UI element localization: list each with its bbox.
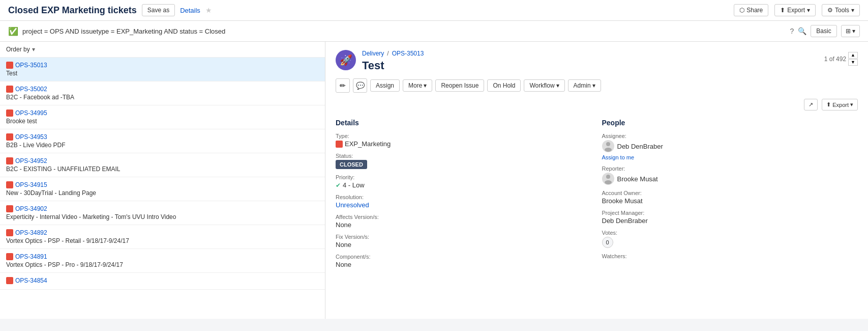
help-icon-button[interactable]: ? — [790, 27, 794, 35]
action-bar: ✏ 💬 Assign More ▾ Reopen Issue On Hold W… — [336, 78, 858, 93]
tools-chevron-icon: ▾ — [851, 7, 854, 14]
breadcrumb-issue-id[interactable]: OPS-35013 — [392, 50, 424, 57]
star-icon[interactable]: ★ — [205, 6, 212, 14]
workflow-button[interactable]: Workflow ▾ — [524, 79, 564, 92]
detail-export-icon: ⬆ — [826, 101, 831, 108]
assign-to-me-link[interactable]: Assign to me — [602, 154, 858, 160]
on-hold-button[interactable]: On Hold — [487, 79, 521, 92]
reopen-label: Reopen Issue — [441, 82, 478, 89]
basic-button[interactable]: Basic — [811, 25, 836, 37]
issue-id: OPS-34995 — [6, 109, 319, 117]
list-item[interactable]: OPS-35002 B2C - Facebook ad -TBA — [0, 81, 325, 105]
issue-title-text: Vortex Optics - PSP - Retail - 9/18/17-9… — [6, 237, 319, 244]
status-badge: CLOSED — [336, 160, 367, 169]
detail-export-button[interactable]: ⬆ Export ▾ — [822, 99, 858, 111]
issue-title-text: Brooke test — [6, 118, 319, 125]
issue-title-text: B2C - Facebook ad -TBA — [6, 94, 319, 101]
type-field: Type: EXP_Marketing — [336, 133, 592, 148]
share-arrow-icon: ↗ — [809, 101, 813, 108]
list-item[interactable]: OPS-34892 Vortex Optics - PSP - Retail -… — [0, 225, 325, 249]
search-icon-button[interactable]: 🔍 — [798, 27, 806, 35]
filter-check-icon: ✅ — [8, 26, 18, 36]
tools-label: Tools — [835, 7, 849, 14]
list-item[interactable]: OPS-34995 Brooke test — [0, 105, 325, 129]
save-as-button[interactable]: Save as — [142, 4, 175, 16]
list-item[interactable]: OPS-34953 B2B - Live Video PDF — [0, 129, 325, 153]
priority-value-text: 4 - Low — [343, 181, 365, 189]
list-item[interactable]: OPS-34854 — [0, 273, 325, 290]
breadcrumb-project-link[interactable]: Delivery — [362, 50, 384, 57]
order-bar: Order by ▾ — [0, 42, 325, 58]
people-column: People Assignee: Deb DenBraber Assign to… — [602, 119, 858, 273]
votes-field: Votes: 0 — [602, 230, 858, 248]
export-icon: ⬆ — [780, 7, 785, 14]
issue-id: OPS-34892 — [6, 229, 319, 236]
votes-badge: 0 — [602, 237, 613, 248]
detail-export-label: Export — [832, 102, 849, 108]
export-button[interactable]: ⬆ Export ▾ — [774, 4, 816, 16]
detail-share-button[interactable]: ↗ — [804, 99, 818, 111]
issue-id-text: OPS-35002 — [15, 86, 47, 93]
issue-id: OPS-35002 — [6, 86, 319, 93]
tools-button[interactable]: ⚙ Tools ▾ — [822, 4, 860, 16]
account-owner-field: Account Owner: Brooke Musat — [602, 190, 858, 205]
project-manager-name: Deb DenBraber — [602, 217, 858, 225]
issue-type-icon — [6, 181, 13, 188]
nav-down-button[interactable]: ▼ — [848, 59, 858, 66]
assignee-label: Assignee: — [602, 133, 858, 139]
share-button[interactable]: ⬡ Share — [734, 4, 768, 16]
issue-id: OPS-34902 — [6, 205, 319, 212]
detail-header: 🚀 Delivery / OPS-35013 Test 1 of 492 ▲ ▼ — [336, 50, 858, 72]
people-section-label: People — [602, 119, 858, 127]
page-title: Closed EXP Marketing tickets — [8, 5, 137, 16]
breadcrumb-separator: / — [387, 50, 388, 57]
details-column: Details Type: EXP_Marketing Status: CLOS… — [336, 119, 592, 273]
svg-point-2 — [606, 175, 610, 179]
layout-button[interactable]: ⊞ ▾ — [841, 25, 860, 37]
workflow-chevron-icon: ▾ — [556, 82, 559, 89]
assignee-avatar — [602, 140, 614, 152]
list-item[interactable]: OPS-34891 Vortex Optics - PSP - Pro - 9/… — [0, 249, 325, 273]
list-item[interactable]: OPS-34952 B2C - EXISTING - UNAFFILIATED … — [0, 153, 325, 177]
assign-button[interactable]: Assign — [370, 79, 400, 92]
top-bar: Closed EXP Marketing tickets Save as Det… — [0, 0, 868, 21]
priority-value: ✔ 4 - Low — [336, 181, 592, 189]
issue-id: OPS-34952 — [6, 157, 319, 164]
details-link[interactable]: Details — [180, 7, 200, 14]
share-icon: ⬡ — [739, 7, 744, 14]
issue-type-icon — [6, 205, 13, 212]
issue-type-icon — [6, 253, 13, 260]
issue-id-text: OPS-35013 — [15, 62, 47, 69]
issue-id: OPS-34915 — [6, 181, 319, 188]
reporter-person-row: Brooke Musat — [602, 173, 858, 185]
comment-button[interactable]: 💬 — [353, 78, 367, 93]
edit-button[interactable]: ✏ — [336, 78, 350, 93]
resolution-field: Resolution: Unresolved — [336, 194, 592, 209]
issue-id: OPS-35013 — [6, 62, 319, 69]
reporter-field: Reporter: Brooke Musat — [602, 166, 858, 185]
issue-id: OPS-34953 — [6, 133, 319, 141]
fix-label: Fix Version/s: — [336, 234, 592, 240]
details-grid: Details Type: EXP_Marketing Status: CLOS… — [336, 119, 858, 273]
nav-arrows: ▲ ▼ — [848, 52, 858, 66]
components-value: None — [336, 261, 592, 268]
detail-title-area: Delivery / OPS-35013 Test — [362, 50, 818, 72]
issue-type-icon — [6, 109, 13, 117]
order-by-chevron-icon[interactable]: ▾ — [32, 46, 35, 53]
edit-icon: ✏ — [340, 81, 346, 90]
assignee-person-row: Deb DenBraber — [602, 140, 858, 152]
issue-title-text: Test — [6, 70, 319, 77]
list-item[interactable]: OPS-34915 New - 30DayTrial - Landing Pag… — [0, 177, 325, 201]
filter-icons: ? 🔍 Basic ⊞ ▾ — [790, 25, 860, 37]
assign-label: Assign — [376, 82, 394, 89]
reopen-issue-button[interactable]: Reopen Issue — [435, 79, 484, 92]
list-item[interactable]: OPS-34902 Experticity - Internal Video -… — [0, 201, 325, 225]
more-button[interactable]: More ▾ — [403, 79, 432, 92]
list-item[interactable]: OPS-35013 Test — [0, 58, 325, 81]
filter-query: project = OPS AND issuetype = EXP_Market… — [22, 27, 786, 35]
admin-button[interactable]: Admin ▾ — [568, 79, 601, 92]
reporter-label: Reporter: — [602, 166, 858, 172]
issue-type-icon — [6, 86, 13, 93]
nav-up-button[interactable]: ▲ — [848, 52, 858, 59]
nav-counter-text: 1 of 492 — [824, 56, 846, 63]
